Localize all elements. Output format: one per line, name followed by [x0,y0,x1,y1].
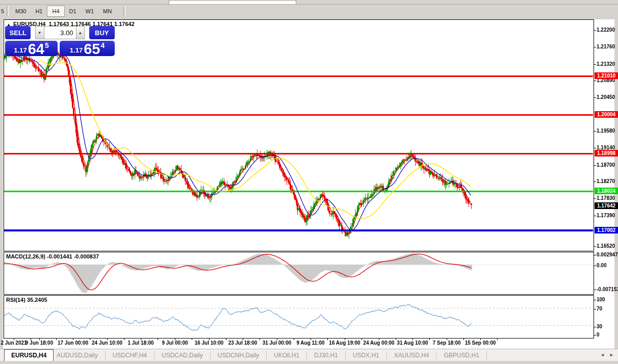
buy-price-sup: 4 [100,41,105,49]
tab-usdcnh-daily[interactable]: USDCNH,Daily [211,351,267,359]
price-axis-label: 1.19580 [597,128,615,134]
time-axis-label: 31 Aug 10:00 [397,340,428,346]
time-axis-label: 1 Jul 18:00 [127,340,153,346]
time-axis-label: 16 Aug 19:00 [329,340,360,346]
tab-scroll-right-icon[interactable]: ► [609,352,614,357]
buy-price-big: 65 [84,42,100,56]
tab-eurusd-h4-active[interactable]: EURUSD,H4 [4,349,54,361]
price-axis-label: 1.17390 [597,213,615,218]
tab-audusd-daily[interactable]: AUDUSD,Daily [49,351,106,359]
time-axis-label: 31 Jul 00:00 [263,340,292,346]
time-axis-label: 2 Jun 2021 [1,340,27,346]
time-axis-label: 9 Jun 18:00 [25,340,53,346]
tab-gbpusd-h1[interactable]: GBPUSD,H1 [436,351,486,359]
price-axis-label: 1.17830 [597,195,615,201]
tab-usdx-h1[interactable]: USDX,H1 [346,351,387,359]
sell-price-sup: 5 [45,41,49,49]
price-axis-label: 1.21760 [597,44,615,49]
price-axis-label: 1.16520 [597,243,615,249]
current-price-badge: 1.17642 [595,202,618,209]
price-axis-label: 1.20450 [597,94,615,100]
tab-ukoil-h1[interactable]: UKOil,H1 [267,351,307,359]
time-axis-label: 15 Sep 00:00 [465,340,496,346]
price-axis-label: 1.21320 [597,61,615,67]
tab-usdcad-daily[interactable]: USDCAD,Daily [154,351,211,359]
price-axis-label: 1.22200 [597,27,615,33]
time-axis-label: 23 Jul 18:00 [228,340,258,346]
sell-button[interactable]: SELL [5,26,31,39]
tab-xauusd-h4[interactable]: XAUUSD,H4 [387,351,437,359]
price-level-badge: 1.20004 [595,111,618,118]
volume-decrease-button[interactable]: ▼ [35,26,44,39]
price-level-badge: 1.18024 [595,188,618,194]
time-axis-label: 9 Jul 00:00 [162,340,188,346]
time-axis-label: 17 Jun 00:00 [58,340,88,346]
price-level-badge: 1.18998 [595,150,618,157]
volume-input[interactable] [44,26,76,39]
macd-axis-label: -0.007151 [597,287,618,292]
time-axis-label: 9 Aug 11:00 [296,340,324,346]
one-click-trading-panel: SELL ▼ ▲ BUY 1.17 64 5 1.17 65 4 [5,26,115,56]
sell-price-display[interactable]: 1.17 64 5 [5,41,58,56]
mt4-window: 5M30H1H4D1W1MN ▲EURUSD,H4 1.17643 1.1764… [0,0,618,364]
price-axis-label: 1.18270 [597,178,615,184]
time-axis-label: 16 Jul 10:00 [195,340,224,346]
sell-price-big: 64 [28,42,44,56]
price-level-badge: 1.17002 [595,227,618,233]
time-axis-label: 24 Jun 10:00 [92,340,122,346]
volume-increase-button[interactable]: ▲ [76,26,85,39]
sell-price-small: 1.17 [14,46,27,54]
buy-price-small: 1.17 [70,46,83,54]
status-bar-edge [0,361,618,364]
buy-price-display[interactable]: 1.17 65 4 [60,41,115,56]
macd-axis-label: 0.00 [597,263,606,268]
rsi-axis-label: 100 [597,297,605,302]
rsi-axis-label: 70 [597,306,602,311]
time-axis-label: 24 Aug 00:00 [363,340,394,346]
tab-scroll-left-icon[interactable]: ◄ [600,352,605,357]
macd-axis-label: 0.002947 [597,252,618,257]
rsi-label: RSI(14) 35.2405 [6,297,47,303]
price-level-badge: 1.21010 [595,72,618,79]
rsi-axis-label: 0 [597,332,600,337]
macd-label: MACD(12,26,9) -0.001441 -0.000837 [6,253,99,259]
buy-button[interactable]: BUY [89,26,115,39]
tab-dj30-h1[interactable]: DJ30,H1 [307,351,346,359]
chart-tab-bar: EURUSD,H4 AUDUSD,DailyUSDCHF,H4USDCAD,Da… [0,349,618,361]
tab-usdchf-h4[interactable]: USDCHF,H4 [106,351,154,359]
price-axis-label: 1.18700 [597,162,615,168]
time-axis-label: 7 Sep 18:00 [432,340,460,346]
rsi-axis-label: 30 [597,324,602,329]
